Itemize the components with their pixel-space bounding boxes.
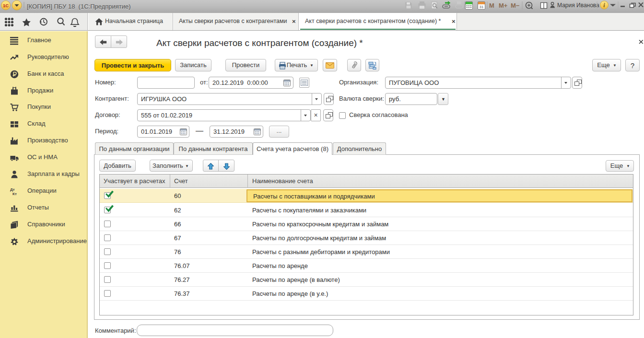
svg-text:Кт: Кт [12, 192, 17, 196]
svg-text:31: 31 [480, 5, 484, 9]
svg-text:M−: M− [511, 2, 520, 9]
svg-text:M+: M+ [499, 2, 508, 9]
svg-text:M: M [489, 2, 494, 9]
svg-text:1С: 1С [3, 3, 9, 8]
svg-text:Мария Иванова: Мария Иванова [557, 2, 599, 9]
svg-text:i: i [603, 2, 605, 9]
